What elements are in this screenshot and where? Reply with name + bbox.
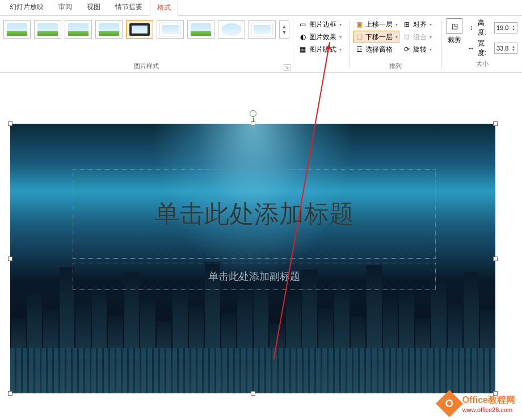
tab-slideshow[interactable]: 幻灯片放映 bbox=[2, 0, 51, 15]
tab-outline[interactable]: 情节提要 bbox=[108, 0, 150, 15]
picture-style-7[interactable] bbox=[187, 20, 214, 39]
crop-icon: ◳ bbox=[447, 18, 462, 34]
tab-review[interactable]: 审阅 bbox=[51, 0, 79, 15]
tab-view[interactable]: 视图 bbox=[79, 0, 108, 15]
selected-image[interactable]: 单击此处添加标题 单击此处添加副标题 bbox=[10, 124, 495, 393]
ribbon-tabs: 幻灯片放映 审阅 视图 情节提要 格式 bbox=[0, 0, 522, 16]
picture-style-8[interactable] bbox=[218, 20, 245, 39]
resize-handle-t[interactable] bbox=[251, 121, 255, 126]
picture-style-5[interactable] bbox=[126, 20, 153, 39]
picture-style-2[interactable] bbox=[34, 20, 61, 39]
picture-adjust-group: ▭ 图片边框▾ ◐ 图片效果▾ ▦ 图片版式▾ bbox=[293, 16, 349, 72]
height-control[interactable]: ↕ 高度: 19.0▲▼ bbox=[467, 18, 517, 37]
effects-icon: ◐ bbox=[298, 32, 308, 41]
selection-pane-button[interactable]: ☲ 选择窗格 bbox=[353, 43, 399, 56]
ribbon: ▲▼ 图片样式 ↘ ▭ 图片边框▾ ◐ 图片效果▾ ▦ 图片版式▾ bbox=[0, 16, 522, 73]
picture-styles-group: ▲▼ 图片样式 ↘ bbox=[0, 16, 293, 72]
resize-handle-tl[interactable] bbox=[8, 121, 12, 126]
watermark-badge: O bbox=[436, 390, 463, 417]
watermark: O Office教程网 www.office26.com bbox=[440, 394, 515, 413]
selection-icon: ☲ bbox=[355, 45, 364, 54]
resize-handle-l[interactable] bbox=[8, 257, 12, 261]
size-group: ◳ 裁剪 ↕ 高度: 19.0▲▼ ↔ 宽度: 33.8▲▼ 大小 bbox=[442, 16, 522, 72]
picture-styles-more[interactable]: ▲▼ bbox=[279, 20, 289, 39]
group-button[interactable]: ⊡ 组合▾ bbox=[401, 31, 433, 43]
picture-style-1[interactable] bbox=[3, 20, 31, 39]
arrange-group: ▣ 上移一层▾ ▢ 下移一层▾ ☲ 选择窗格 ⊞ 对齐▾ ⊡ bbox=[350, 16, 441, 72]
height-icon: ↕ bbox=[467, 23, 476, 32]
picture-style-6[interactable] bbox=[157, 20, 184, 39]
layout-icon: ▦ bbox=[298, 45, 308, 54]
picture-style-9[interactable] bbox=[249, 20, 276, 39]
picture-styles-label: 图片样式 ↘ bbox=[0, 62, 293, 72]
tab-format[interactable]: 格式 bbox=[150, 0, 178, 16]
rotate-handle[interactable] bbox=[250, 110, 256, 117]
bring-forward-icon: ▣ bbox=[355, 20, 364, 29]
size-label: 大小 bbox=[447, 60, 517, 70]
picture-style-3[interactable] bbox=[65, 20, 92, 39]
subtitle-placeholder[interactable]: 单击此处添加副标题 bbox=[73, 263, 436, 290]
picture-styles-launcher[interactable]: ↘ bbox=[284, 64, 291, 71]
picture-style-4[interactable] bbox=[95, 20, 123, 39]
title-placeholder[interactable]: 单击此处添加标题 bbox=[73, 169, 436, 259]
width-icon: ↔ bbox=[467, 44, 476, 53]
send-backward-icon: ▢ bbox=[355, 32, 364, 41]
resize-handle-bl[interactable] bbox=[8, 391, 12, 396]
arrange-label: 排列 bbox=[350, 62, 441, 72]
resize-handle-b[interactable] bbox=[251, 391, 255, 396]
bring-forward-button[interactable]: ▣ 上移一层▾ bbox=[353, 18, 399, 31]
crop-button[interactable]: ◳ 裁剪 bbox=[447, 18, 462, 58]
align-button[interactable]: ⊞ 对齐▾ bbox=[401, 18, 433, 31]
group-icon: ⊡ bbox=[402, 32, 411, 41]
border-icon: ▭ bbox=[298, 20, 308, 29]
picture-border-button[interactable]: ▭ 图片边框▾ bbox=[297, 18, 346, 31]
align-icon: ⊞ bbox=[402, 20, 411, 29]
picture-layout-button[interactable]: ▦ 图片版式▾ bbox=[297, 43, 346, 56]
send-backward-button[interactable]: ▢ 下移一层▾ bbox=[353, 31, 399, 43]
rotate-icon: ⟳ bbox=[402, 45, 411, 54]
resize-handle-r[interactable] bbox=[493, 257, 498, 261]
width-control[interactable]: ↔ 宽度: 33.8▲▼ bbox=[467, 39, 517, 58]
picture-effects-button[interactable]: ◐ 图片效果▾ bbox=[297, 31, 346, 43]
resize-handle-tr[interactable] bbox=[493, 121, 498, 126]
rotate-button[interactable]: ⟳ 旋转▾ bbox=[401, 43, 433, 56]
city-skyline-image: 单击此处添加标题 单击此处添加副标题 bbox=[10, 124, 495, 393]
slide-canvas[interactable]: 单击此处添加标题 单击此处添加副标题 bbox=[0, 73, 522, 393]
